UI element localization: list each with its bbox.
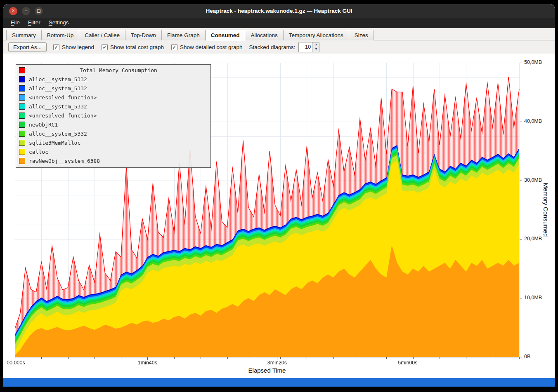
checkbox-show-legend[interactable]: ✓Show legend	[53, 44, 94, 50]
y-tick-label: 10,0MB	[524, 295, 542, 300]
checkbox-label: Show detailed cost graph	[180, 44, 243, 50]
legend-swatch	[19, 76, 25, 82]
y-tick-label: 0B	[524, 354, 530, 359]
menu-settings[interactable]: Settings	[45, 18, 73, 27]
checkbox-icon[interactable]: ✓	[53, 44, 59, 50]
legend-label: alloc__system_5332	[29, 103, 87, 110]
toolbar: Export As... ✓Show legend✓Show total cos…	[3, 40, 555, 54]
legend-item: calloc	[17, 147, 208, 156]
legend-swatch	[19, 158, 25, 164]
window-title: Heaptrack - heaptrack.wakunode.1.gz — He…	[3, 4, 555, 18]
checkbox-show-detailed-cost-graph[interactable]: ✓Show detailed cost graph	[171, 44, 243, 50]
tab-caller-callee[interactable]: Caller / Callee	[79, 30, 125, 41]
legend-swatch	[19, 122, 25, 128]
spinner-down-icon[interactable]: ▼	[313, 47, 319, 52]
legend-item: alloc__system_5332	[17, 75, 208, 84]
legend-swatch-total	[19, 67, 25, 73]
tab-consumed[interactable]: Consumed	[205, 30, 246, 41]
chart-range-slider[interactable]	[3, 378, 555, 387]
legend-item: newObjRC1	[17, 120, 208, 129]
legend-swatch	[19, 113, 25, 119]
checkbox-label: Show total cost graph	[110, 44, 164, 50]
spinner-value: 10	[299, 42, 312, 52]
legend-label: rawNewObj__system_6388	[29, 158, 100, 164]
legend-swatch	[19, 94, 25, 101]
legend-label: alloc__system_5332	[29, 131, 87, 137]
tab-sizes[interactable]: Sizes	[349, 30, 374, 41]
checkbox-label: Show legend	[62, 44, 94, 50]
legend-title: Total Memory Consumption	[29, 67, 208, 73]
tab-top-down[interactable]: Top-Down	[125, 30, 162, 41]
stacked-diagrams-label: Stacked diagrams:	[249, 44, 296, 50]
tab-temporary-allocations[interactable]: Temporary Allocations	[283, 30, 349, 41]
checkbox-icon[interactable]: ✓	[102, 44, 108, 50]
legend-swatch	[19, 149, 25, 155]
checkbox-show-total-cost-graph[interactable]: ✓Show total cost graph	[102, 44, 164, 50]
spinner-up-icon[interactable]: ▲	[313, 42, 319, 47]
app-window: × − ◻ Heaptrack - heaptrack.wakunode.1.g…	[0, 0, 558, 392]
x-axis-title: Elapsed Time	[248, 367, 286, 374]
spinner-arrows: ▲ ▼	[312, 42, 319, 52]
tab-bottom-up[interactable]: Bottom-Up	[41, 30, 80, 41]
legend-item: alloc__system_5332	[17, 102, 208, 111]
legend-label: newObjRC1	[29, 122, 58, 128]
legend-item: alloc__system_5332	[17, 129, 208, 138]
tab-summary[interactable]: Summary	[6, 30, 42, 41]
tab-allocations[interactable]: Allocations	[245, 30, 283, 41]
tab-flame-graph[interactable]: Flame Graph	[161, 30, 206, 41]
y-tick-label: 50,0MB	[524, 59, 542, 65]
app-frame: × − ◻ Heaptrack - heaptrack.wakunode.1.g…	[3, 4, 555, 387]
tab-bar: SummaryBottom-UpCaller / CalleeTop-DownF…	[3, 28, 555, 40]
x-tick-label: 00.000s	[7, 360, 25, 366]
checkbox-icon[interactable]: ✓	[171, 44, 177, 50]
y-tick-label: 20,0MB	[524, 236, 542, 242]
legend-swatch	[19, 140, 25, 146]
legend-item: <unresolved function>	[17, 93, 208, 102]
chart-legend: Total Memory Consumption alloc__system_5…	[16, 64, 211, 168]
legend-item: <unresolved function>	[17, 111, 208, 120]
legend-item: sqlite3MemMalloc	[17, 138, 208, 147]
legend-swatch	[19, 85, 25, 92]
legend-label: <unresolved function>	[29, 113, 97, 119]
legend-item: alloc__system_5332	[17, 84, 208, 93]
legend-label: <unresolved function>	[29, 94, 97, 101]
menu-filter[interactable]: Filter	[24, 18, 45, 27]
x-tick-label: 3min20s	[267, 360, 287, 366]
y-axis-title: Memory Consumed	[542, 183, 549, 237]
export-as-button[interactable]: Export As...	[8, 42, 47, 52]
chart-panel: Total Memory Consumption alloc__system_5…	[3, 54, 555, 378]
toolbar-checkboxes: ✓Show legend✓Show total cost graph✓Show …	[53, 44, 243, 50]
y-tick-label: 30,0MB	[524, 177, 542, 183]
title-bar: × − ◻ Heaptrack - heaptrack.wakunode.1.g…	[3, 4, 555, 18]
legend-swatch	[19, 103, 25, 110]
menu-file[interactable]: File	[7, 18, 24, 27]
legend-title-row: Total Memory Consumption	[17, 66, 208, 75]
x-tick-label: 1min40s	[138, 360, 157, 366]
legend-label: alloc__system_5332	[29, 85, 87, 92]
y-tick-label: 40,0MB	[524, 118, 542, 124]
x-tick-label: 5min00s	[398, 360, 417, 366]
legend-label: calloc	[29, 149, 48, 155]
menu-bar: FileFilterSettings	[3, 18, 555, 28]
legend-label: alloc__system_5332	[29, 76, 87, 82]
legend-label: sqlite3MemMalloc	[29, 140, 80, 146]
legend-swatch	[19, 131, 25, 137]
stacked-diagrams-spinner[interactable]: 10 ▲ ▼	[298, 42, 319, 52]
legend-item: rawNewObj__system_6388	[17, 156, 208, 165]
